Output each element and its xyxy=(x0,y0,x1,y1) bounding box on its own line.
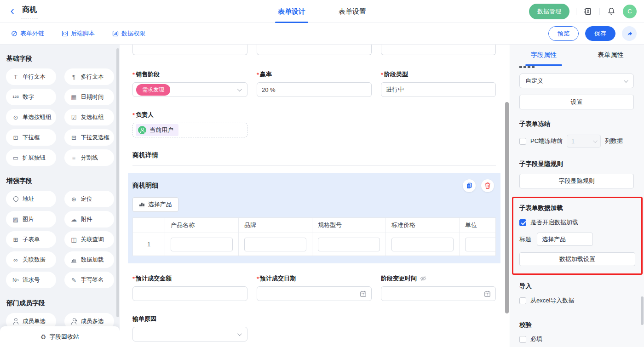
canvas-scrollbar[interactable] xyxy=(505,102,509,313)
freeze-count-select[interactable]: 1 xyxy=(567,135,601,148)
sidebar-item-checkbox-group[interactable]: ☑复选框组 xyxy=(64,109,115,125)
field-label: 阶段变更时间 xyxy=(381,274,496,283)
row-index: 1 xyxy=(133,233,165,256)
sidebar-item-linked-query[interactable]: ◫关联查询 xyxy=(64,231,115,248)
sidebar-item-linked-data[interactable]: ∞关联数据 xyxy=(6,251,56,268)
save-button[interactable]: 保存 xyxy=(585,26,615,41)
data-manage-button[interactable]: 数据管理 xyxy=(529,4,569,19)
field-sales-stage[interactable]: 销售阶段 需求发现 xyxy=(132,70,247,97)
tab-form-properties[interactable]: 表单属性 xyxy=(577,45,644,66)
sidebar-group-title: 增强字段 xyxy=(6,177,114,185)
sidebar-item-single-line-text[interactable]: T单行文本 xyxy=(6,68,56,85)
stage-type-input[interactable]: 进行中 xyxy=(381,82,496,97)
sidebar-item-label: 单行文本 xyxy=(23,73,46,81)
partial-input[interactable] xyxy=(257,45,372,55)
user-avatar[interactable]: C xyxy=(623,5,637,18)
win-rate-input[interactable]: 20 % xyxy=(257,82,372,97)
toolbar-links: 表单外链 后端脚本 数据权限 xyxy=(7,29,145,38)
tab-field-properties[interactable]: 字段属性 xyxy=(510,45,577,66)
lose-reason-select[interactable] xyxy=(132,327,247,341)
freeze-checkbox[interactable] xyxy=(519,138,526,145)
sidebar-item-signature[interactable]: ✎手写签名 xyxy=(64,272,115,288)
sales-stage-select[interactable]: 需求发现 xyxy=(132,82,247,97)
field-stage-type[interactable]: 阶段类型 进行中 xyxy=(381,70,496,97)
checkbox-group-icon: ☑ xyxy=(70,114,78,121)
panel-scrollbar[interactable] xyxy=(641,296,644,325)
sidebar-item-label: 定位 xyxy=(81,195,92,203)
tab-form-settings[interactable]: 表单设置 xyxy=(336,0,369,23)
widget-type-select[interactable]: 自定义 xyxy=(519,74,634,88)
field-recycle-bin[interactable]: ♻ 字段回收站 xyxy=(0,326,120,347)
back-icon[interactable] xyxy=(7,6,17,17)
subform-cell-input[interactable] xyxy=(171,238,233,251)
sidebar-item-subform[interactable]: ⊞子表单 xyxy=(6,231,56,248)
sidebar-item-divider[interactable]: ≡分割线 xyxy=(64,149,115,166)
sidebar-item-datetime[interactable]: ▦日期时间 xyxy=(64,89,115,105)
owner-input[interactable]: 当前用户 xyxy=(132,123,247,137)
field-win-rate[interactable]: 赢率 20 % xyxy=(257,70,372,97)
field-stage-change-time[interactable]: 阶段变更时间 7 xyxy=(381,274,496,301)
sidebar-item-location[interactable]: ⊕定位 xyxy=(64,191,115,207)
field-owner[interactable]: 负责人 当前用户 xyxy=(132,111,510,137)
expected-amount-input[interactable] xyxy=(132,286,247,301)
sidebar-item-data-load[interactable]: 数据加载 xyxy=(64,251,115,268)
sidebar-item-address[interactable]: 地址 xyxy=(6,191,56,207)
delete-button[interactable] xyxy=(481,179,494,192)
data-load-settings-button[interactable]: 数据加载设置 xyxy=(519,252,635,266)
field-expected-amount[interactable]: 预计成交金额 xyxy=(132,274,247,301)
excel-import-checkbox[interactable] xyxy=(519,297,526,304)
subform-cell-input[interactable] xyxy=(465,238,496,251)
share-button[interactable] xyxy=(622,26,637,41)
data-load-checkbox[interactable] xyxy=(519,219,526,226)
subform-block[interactable]: 商机明细 选择产品 产品名称品牌规格型号标准价格单位 xyxy=(128,173,500,263)
expected-date-input[interactable]: 7 xyxy=(257,286,372,301)
subform-cell-input[interactable] xyxy=(318,238,380,251)
divider xyxy=(576,8,576,15)
sidebar-item-serial-number[interactable]: №流水号 xyxy=(6,272,56,288)
sidebar-item-dropdown[interactable]: ⊡下拉框 xyxy=(6,129,56,146)
tab-form-design[interactable]: 表单设计 xyxy=(275,0,308,23)
required-checkbox[interactable] xyxy=(519,336,526,343)
number-icon: 123 xyxy=(12,93,19,101)
preview-button[interactable]: 预览 xyxy=(548,26,579,41)
partial-input[interactable] xyxy=(132,45,247,55)
notification-bell-icon[interactable] xyxy=(606,6,616,17)
data-load-toggle-label: 是否开启数据加载 xyxy=(530,218,578,227)
sidebar-item-radio-group[interactable]: ⊙单选按钮组 xyxy=(6,109,56,125)
stage-tag: 需求发现 xyxy=(136,84,170,96)
sidebar-item-image[interactable]: ▨图片 xyxy=(6,211,56,228)
field-row-1: 销售阶段 需求发现 赢率 20 % 阶段类型 进行中 xyxy=(132,70,496,97)
sidebar-item-label: 地址 xyxy=(23,195,34,203)
backend-script-link[interactable]: 后端脚本 xyxy=(62,29,95,38)
select-product-label: 选择产品 xyxy=(148,200,172,209)
sidebar-scrollbar[interactable] xyxy=(116,48,119,317)
chevron-down-icon xyxy=(593,138,598,143)
partial-input[interactable] xyxy=(381,45,496,55)
field-expected-date[interactable]: 预计成交日期 7 xyxy=(257,274,372,301)
data-load-title-row: 标题 选择产品 xyxy=(519,233,635,246)
page-title[interactable]: 商机 xyxy=(21,4,38,18)
title-field-input[interactable]: 选择产品 xyxy=(537,233,593,246)
stage-change-time-input[interactable]: 7 xyxy=(381,286,496,301)
sidebar-item-label: 附件 xyxy=(81,216,92,223)
member-multi-icon xyxy=(70,318,78,325)
sidebar-item-label: 流水号 xyxy=(23,276,40,284)
field-label: 阶段类型 xyxy=(381,70,496,79)
sidebar-item-label: 下拉复选框 xyxy=(81,134,110,142)
sidebar-item-number[interactable]: 123数字 xyxy=(6,89,56,105)
field-lose-reason[interactable]: 输单原因 xyxy=(132,315,510,341)
sidebar-item-multi-dropdown[interactable]: ⊟下拉复选框 xyxy=(64,129,115,146)
data-permission-link[interactable]: 数据权限 xyxy=(112,29,145,38)
sidebar-item-multi-line-text[interactable]: ¶多行文本 xyxy=(64,68,115,85)
subform-cell-input[interactable] xyxy=(244,238,306,251)
subform-cell-input[interactable] xyxy=(391,238,454,251)
settings-button[interactable]: 设置 xyxy=(519,95,634,109)
copy-button[interactable] xyxy=(463,179,476,192)
contact-book-icon[interactable] xyxy=(583,6,593,17)
sidebar-item-attachment[interactable]: ☁附件 xyxy=(64,211,115,228)
field-visibility-rules-button[interactable]: 字段显隐规则 xyxy=(519,174,634,188)
sidebar-item-extend-button[interactable]: ▭扩展按钮 xyxy=(6,149,56,166)
form-external-link[interactable]: 表单外链 xyxy=(11,29,44,38)
section-detail[interactable]: 商机详情 xyxy=(132,151,510,166)
select-product-button[interactable]: 选择产品 xyxy=(132,197,178,212)
